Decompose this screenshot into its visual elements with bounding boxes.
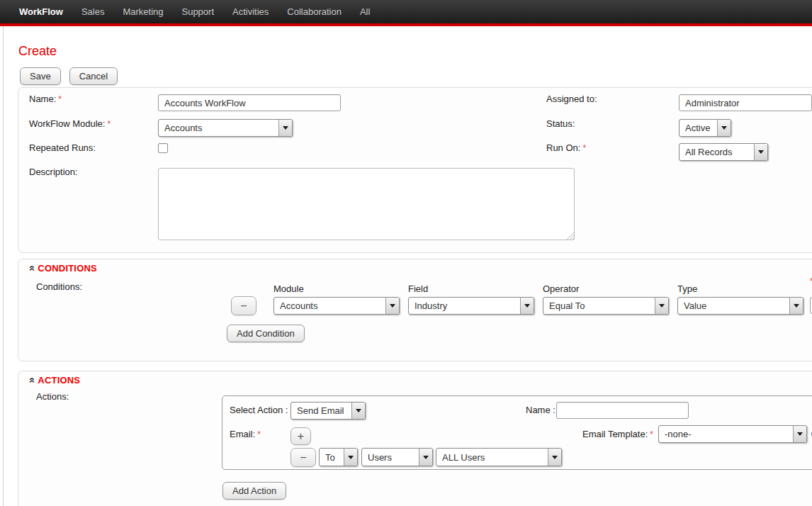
column-module-label: Module xyxy=(274,283,304,294)
email-template-select[interactable]: -none- xyxy=(658,425,807,443)
email-label: Email:* xyxy=(230,429,261,439)
add-action-button[interactable]: Add Action xyxy=(222,482,286,500)
conditions-section-title: CONDITIONS xyxy=(38,263,97,274)
assigned-to-label: Assigned to: xyxy=(546,94,597,104)
nav-item-collaboration[interactable]: Collaboration xyxy=(278,0,351,23)
description-textarea[interactable] xyxy=(158,168,575,240)
action-name-label: Name : xyxy=(526,405,556,415)
description-label: Description: xyxy=(29,167,78,177)
chevron-down-icon xyxy=(344,449,357,466)
chevron-down-icon xyxy=(789,298,803,314)
chevron-down-icon xyxy=(278,120,292,136)
name-label: Name:* xyxy=(29,94,62,104)
chevron-down-icon xyxy=(655,298,668,314)
recipient-allusers-select[interactable]: ALL Users xyxy=(436,448,562,466)
required-asterisk: * xyxy=(582,143,586,153)
cancel-button[interactable]: Cancel xyxy=(69,67,118,85)
conditions-section-header[interactable]: « CONDITIONS xyxy=(30,262,97,274)
collapse-icon: « xyxy=(27,377,39,383)
top-navbar: WorkFlow Sales Marketing Support Activit… xyxy=(0,0,812,23)
save-button[interactable]: Save xyxy=(20,67,61,85)
required-asterisk: * xyxy=(257,429,261,439)
email-template-label: Email Template:* xyxy=(582,429,653,439)
conditions-panel: « CONDITIONS Conditions: − Module Field … xyxy=(18,259,812,361)
nav-item-sales[interactable]: Sales xyxy=(72,0,114,23)
chevron-down-icon xyxy=(520,298,534,314)
condition-field-select[interactable]: Industry xyxy=(408,297,534,315)
run-on-select[interactable]: All Records xyxy=(679,143,768,161)
toolbar: Save Cancel xyxy=(20,67,118,85)
chevron-down-icon xyxy=(385,298,399,314)
chevron-down-icon xyxy=(548,449,561,466)
repeated-runs-checkbox[interactable] xyxy=(158,143,168,153)
column-type-label: Type xyxy=(677,283,697,294)
page-title: Create xyxy=(18,44,57,59)
action-name-input[interactable] xyxy=(556,402,689,419)
chevron-down-icon xyxy=(419,449,432,466)
nav-item-activities[interactable]: Activities xyxy=(223,0,278,23)
collapse-icon: « xyxy=(27,265,39,271)
conditions-label: Conditions: xyxy=(36,281,82,292)
add-condition-button[interactable]: Add Condition xyxy=(227,325,305,342)
actions-section-title: ACTIONS xyxy=(38,375,80,386)
select-action-select[interactable]: Send Email xyxy=(291,402,366,420)
status-label: Status: xyxy=(546,118,575,129)
repeated-runs-label: Repeated Runs: xyxy=(29,142,96,153)
remove-recipient-button[interactable]: − xyxy=(291,448,316,467)
chevron-down-icon xyxy=(754,144,767,160)
column-field-label: Field xyxy=(408,283,428,294)
action-item-box: Select Action : Send Email Name : Email:… xyxy=(222,395,812,470)
condition-type-select[interactable]: Value xyxy=(677,297,803,315)
name-input[interactable] xyxy=(158,94,341,111)
assigned-to-input[interactable] xyxy=(679,94,812,111)
required-asterisk: * xyxy=(107,119,111,129)
nav-item-support[interactable]: Support xyxy=(172,0,223,23)
column-operator-label: Operator xyxy=(543,283,579,294)
actions-panel: « ACTIONS Actions: Select Action : Send … xyxy=(18,371,812,506)
select-action-label: Select Action : xyxy=(230,405,288,415)
workflow-module-select[interactable]: Accounts xyxy=(158,119,293,137)
chevron-down-icon xyxy=(351,403,365,419)
workflow-create-page: WorkFlow Sales Marketing Support Activit… xyxy=(0,0,812,506)
remove-condition-button[interactable]: − xyxy=(231,296,256,315)
condition-module-select[interactable]: Accounts xyxy=(274,297,400,315)
workflow-module-label: WorkFlow Module:* xyxy=(29,118,111,129)
accent-bar xyxy=(0,23,812,26)
chevron-down-icon xyxy=(793,426,806,442)
page-left-border xyxy=(3,26,4,506)
recipient-to-select[interactable]: To xyxy=(319,448,358,466)
recipient-users-select[interactable]: Users xyxy=(361,448,433,466)
actions-label: Actions: xyxy=(36,391,69,402)
nav-item-all[interactable]: All xyxy=(351,0,379,23)
condition-operator-select[interactable]: Equal To xyxy=(543,297,669,315)
chevron-down-icon xyxy=(717,120,731,136)
nav-item-workflow[interactable]: WorkFlow xyxy=(10,0,72,23)
add-recipient-button[interactable]: + xyxy=(291,427,311,445)
required-asterisk: * xyxy=(650,429,653,439)
status-select[interactable]: Active xyxy=(679,119,731,137)
nav-item-marketing[interactable]: Marketing xyxy=(113,0,172,23)
actions-section-header[interactable]: « ACTIONS xyxy=(30,374,80,386)
required-asterisk: * xyxy=(58,94,62,104)
workflow-details-panel: Name:* Assigned to: WorkFlow Module:* Ac… xyxy=(18,87,812,253)
run-on-label: Run On:* xyxy=(546,142,586,153)
